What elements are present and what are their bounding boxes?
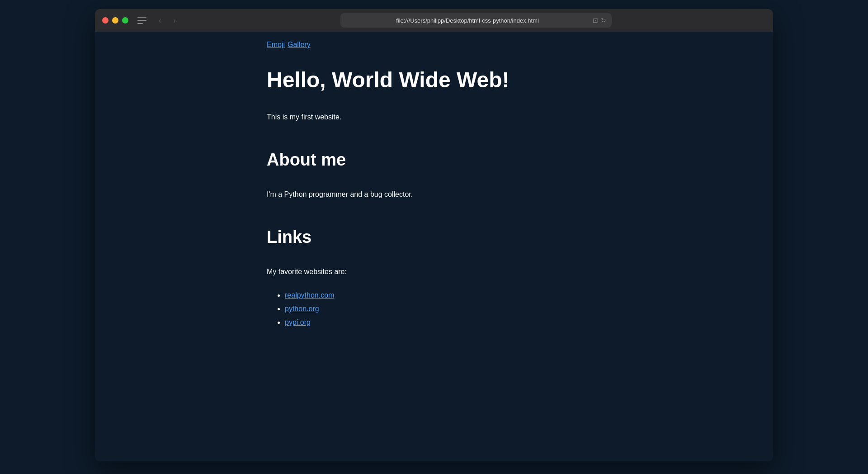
address-bar-icons: ⊡ ↻ [593, 17, 606, 24]
browser-chrome: ‹ › file:///Users/philipp/Desktop/html-c… [95, 9, 773, 32]
maximize-button[interactable] [122, 17, 128, 24]
python-org-link[interactable]: python.org [285, 305, 319, 313]
intro-paragraph: This is my first website. [267, 111, 773, 123]
page-content: Emoji Gallery Hello, World Wide Web! Thi… [95, 32, 773, 359]
browser-window: ‹ › file:///Users/philipp/Desktop/html-c… [95, 9, 773, 461]
main-heading: Hello, World Wide Web! [267, 67, 773, 93]
sidebar-toggle-icon[interactable] [137, 17, 146, 24]
reload-icon[interactable]: ↻ [601, 17, 606, 24]
close-button[interactable] [102, 17, 108, 24]
links-heading: Links [267, 227, 773, 248]
list-item: realpython.com [285, 291, 773, 299]
gallery-link[interactable]: Gallery [288, 41, 311, 49]
address-bar[interactable]: file:///Users/philipp/Desktop/html-css-p… [340, 13, 612, 28]
reader-mode-icon[interactable]: ⊡ [593, 17, 598, 24]
back-button[interactable]: ‹ [154, 14, 166, 27]
nav-arrows: ‹ › [154, 14, 181, 27]
links-list: realpython.com python.org pypi.org [267, 291, 773, 327]
traffic-lights [102, 17, 128, 24]
nav-links: Emoji Gallery [267, 41, 773, 49]
forward-button: › [168, 14, 181, 27]
about-heading: About me [267, 150, 773, 171]
list-item: pypi.org [285, 318, 773, 327]
emoji-link[interactable]: Emoji [267, 41, 285, 49]
toolbar-icons [137, 17, 148, 24]
links-section: Links My favorite websites are: realpyth… [267, 227, 773, 326]
url-text: file:///Users/philipp/Desktop/html-css-p… [346, 17, 589, 24]
pypi-link[interactable]: pypi.org [285, 318, 311, 326]
about-paragraph: I'm a Python programmer and a bug collec… [267, 189, 773, 200]
minimize-button[interactable] [112, 17, 118, 24]
favorite-websites-text: My favorite websites are: [267, 266, 773, 278]
list-item: python.org [285, 305, 773, 313]
realpython-link[interactable]: realpython.com [285, 291, 334, 299]
